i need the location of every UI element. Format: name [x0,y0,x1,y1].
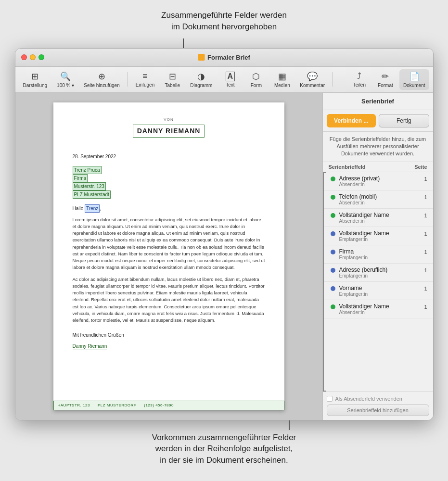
connect-button[interactable]: Verbinden ... [327,114,376,127]
list-header-page: Seite [414,164,427,170]
field-sub: Empfänger:in [339,237,422,242]
fullscreen-button[interactable] [38,54,44,60]
darstellung-label: Darstellung [23,83,48,88]
checkbox-row: Als Absenderfeld verwenden [327,396,429,402]
field-page: 1 [424,194,427,200]
field-page: 1 [424,304,427,310]
dokument-icon: 📄 [409,71,420,82]
field-name: Vollständiger Name [339,212,422,218]
annotation-top-line1: Zusammengeführte Felder werden [161,10,287,21]
annotation-top: Zusammengeführte Felder werden im Dokume… [161,10,287,33]
add-page-icon: ⊕ [98,71,105,82]
body-text-2: Ac dolor ac adipiscing amet bibendum nul… [73,276,265,324]
einfuegen-icon: ≡ [142,71,148,81]
toolbar-kommentar[interactable]: 💬 Kommentar [296,69,329,90]
greeting: Hallo Trenz, [73,204,265,213]
footer-address: HAUPTSTR. 123 [58,403,90,408]
einfuegen-label: Einfügen [136,82,154,88]
recipient-line1: Trenz Pruca [73,166,102,174]
field-item[interactable]: Vollständiger NameEmpfänger:in1 [323,227,433,245]
field-item[interactable]: Telefon (mobil)Absender:in1 [323,190,433,209]
toolbar-text[interactable]: A Text [218,70,242,89]
dokument-label: Dokument [403,83,425,88]
window-title: Formaler Brief [198,54,250,61]
field-dot [331,177,335,181]
toolbar-einfuegen[interactable]: ≡ Einfügen [132,69,158,89]
field-dot [331,268,335,273]
field-page: 1 [424,213,427,218]
minimize-button[interactable] [30,54,36,60]
field-item[interactable]: Vollständiger NameAbsender:in1 [323,209,433,227]
fertig-button[interactable]: Fertig [379,114,429,127]
toolbar-add-page[interactable]: ⊕ Seite hinzufügen [80,69,124,90]
field-item[interactable]: Adresse (beruflich)Empfänger:in1 [323,264,433,282]
field-dot [331,286,335,291]
form-label: Form [251,83,262,88]
field-name: Adresse (privat) [339,175,422,182]
toolbar-right: ⤴ Teilen ✏ Format 📄 Dokument [347,69,429,90]
text-icon: A [226,72,235,81]
field-page: 1 [424,286,427,291]
field-info: Adresse (beruflich)Empfänger:in [339,266,422,278]
field-sub: Empfänger:in [339,273,422,278]
toolbar-form[interactable]: ⬡ Form [244,69,268,90]
diagramm-label: Diagramm [190,83,212,88]
annotation-bottom-line1: Vorkommen zusammengeführter Felder [152,432,296,443]
field-sub: Absender:in [339,182,422,187]
toolbar-dokument[interactable]: 📄 Dokument [399,69,429,90]
sidebar-buttons: Verbinden ... Fertig [323,110,433,132]
kommentar-label: Kommentar [300,83,325,88]
annotation-bottom-line2: werden in der Reihenfolge aufgelistet, [152,443,296,455]
signature: Danny Riemann [73,342,265,350]
document-area[interactable]: VON DANNY RIEMANN 28. September 2022 Tre… [15,93,322,420]
darstellung-icon: ⊞ [31,71,38,82]
toolbar-teilen[interactable]: ⤴ Teilen [347,69,371,90]
recipient-line4: PLZ Musterstadt [73,190,111,199]
toolbar-medien[interactable]: ▦ Medien [270,69,294,90]
checkbox-label: Als Absenderfeld verwenden [335,396,402,402]
zoom-icon: 🔍 [60,71,71,82]
field-item[interactable]: Adresse (privat)Absender:in1 [323,172,433,190]
annotation-line-bottom [289,420,290,430]
field-item[interactable]: Vollständiger NameAbsender:in1 [323,300,433,318]
medien-icon: ▦ [278,71,286,82]
recipient-line3: Musterstr. 123 [73,182,106,190]
date-line: 28. September 2022 [73,153,265,160]
footer-bar: HAUPTSTR. 123 PLZ MUSTERDORF (123) 456-7… [53,401,284,410]
field-info: Adresse (privat)Absender:in [339,175,422,187]
field-sub: Empfänger:in [339,255,422,260]
annotation-bottom: Vorkommen zusammengeführter Felder werde… [152,432,296,466]
toolbar-diagramm[interactable]: ◑ Diagramm [186,69,216,90]
diagramm-icon: ◑ [197,71,205,82]
toolbar: ⊞ Darstellung 🔍 100 % ▾ ⊕ Seite hinzufüg… [15,67,433,93]
field-page: 1 [424,231,427,237]
toolbar-format[interactable]: ✏ Format [373,69,397,90]
recipient-line2: Firma [73,174,88,182]
field-dot [331,304,335,309]
field-info: FirmaEmpfänger:in [339,248,422,260]
field-item[interactable]: FirmaEmpfänger:in1 [323,245,433,264]
format-label: Format [378,83,393,88]
main-area: VON DANNY RIEMANN 28. September 2022 Tre… [15,93,433,420]
toolbar-tabelle[interactable]: ⊟ Tabelle [160,69,184,90]
close-button[interactable] [21,54,27,60]
field-sub: Absender:in [339,200,422,205]
add-field-button: Serienbrieffeld hinzufügen [327,405,429,416]
field-info: Telefon (mobil)Absender:in [339,193,422,205]
field-dot [331,231,335,236]
field-name: Firma [339,248,422,255]
field-name: Vollständiger Name [339,303,422,310]
absender-checkbox[interactable] [327,396,333,402]
field-item[interactable]: VornameEmpfänger:in1 [323,282,433,300]
field-dot [331,213,335,218]
field-name: Adresse (beruflich) [339,266,422,273]
tabelle-label: Tabelle [165,83,180,88]
traffic-lights [21,54,44,60]
greeting-name: Trenz [85,204,100,213]
toolbar-divider-1 [128,72,128,87]
toolbar-zoom[interactable]: 🔍 100 % ▾ [53,69,78,90]
field-dot [331,195,335,200]
field-info: VornameEmpfänger:in [339,285,422,297]
toolbar-darstellung[interactable]: ⊞ Darstellung [19,69,51,90]
field-name: Vorname [339,285,422,291]
